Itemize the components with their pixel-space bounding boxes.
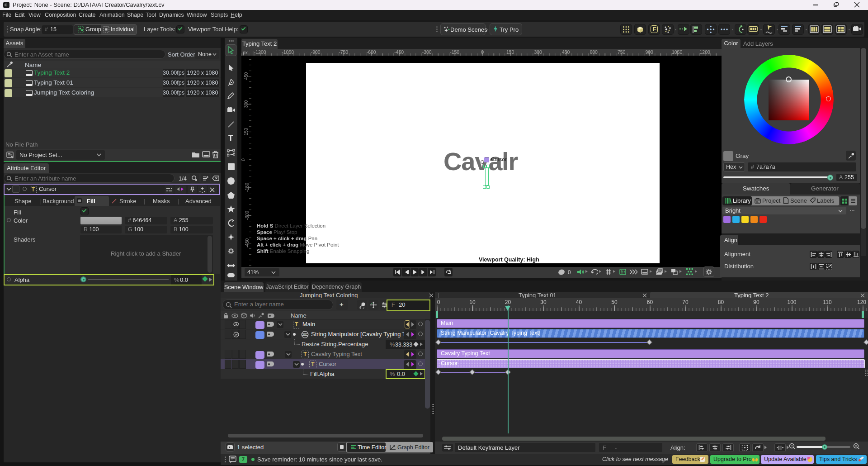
- svg-text:abc: abc: [303, 333, 307, 336]
